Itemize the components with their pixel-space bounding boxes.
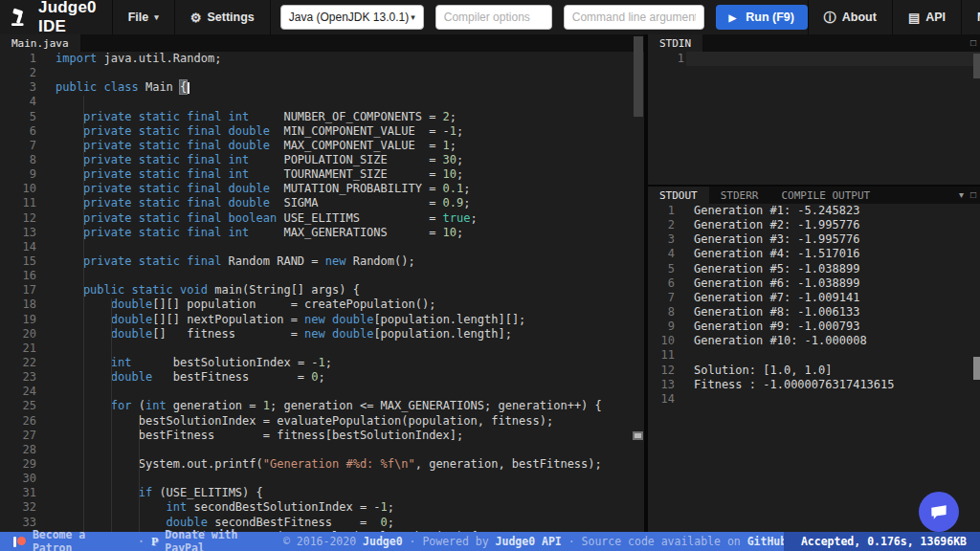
- tab-stdin[interactable]: STDIN: [648, 34, 702, 52]
- line-number: 8: [648, 305, 675, 320]
- code-token: new: [304, 313, 325, 326]
- command-line-arguments-input[interactable]: [564, 5, 704, 30]
- stdin-line: 1: [648, 52, 980, 66]
- code-token: ;: [388, 500, 394, 514]
- become-a-patron-link[interactable]: Become a Patron: [33, 528, 131, 551]
- stdout-line-text: Fitness : -1.0000076317413615: [694, 378, 895, 392]
- top-toolbar: Judge0 IDE File ▾ ⚙ Settings Java (OpenJ…: [0, 0, 980, 34]
- tab-compile-output[interactable]: COMPILE OUTPUT: [770, 187, 882, 204]
- stdin-editor[interactable]: 1: [648, 52, 980, 185]
- stdin-scrollbar-thumb[interactable]: [973, 54, 980, 78]
- code-token: generation =: [167, 399, 263, 412]
- line-number: 31: [0, 486, 38, 500]
- stdout-line-text: Generation #8: -1.006133: [694, 305, 859, 320]
- line-number: 24: [0, 385, 38, 399]
- file-menu-button[interactable]: File ▾: [113, 0, 174, 34]
- code-token: Random();: [345, 254, 414, 268]
- donate-paypal-link[interactable]: Donate with PayPal: [165, 528, 283, 551]
- language-select[interactable]: Java (OpenJDK 13.0.1) ▾: [280, 5, 424, 30]
- line-number: 14: [0, 240, 38, 254]
- more-menu-button[interactable]: More ▾: [962, 0, 980, 34]
- code-token: 1: [381, 500, 388, 514]
- run-button[interactable]: ▶ Run (F9): [716, 5, 808, 30]
- line-number: 28: [0, 443, 38, 457]
- code-token: [] fitness =: [152, 327, 304, 341]
- stdout-line-text: Generation #1: -5.245823: [694, 204, 859, 218]
- editor-scrollbar-thumb[interactable]: [634, 36, 643, 117]
- gavel-icon: [10, 8, 31, 27]
- maximize-icon[interactable]: □: [970, 38, 976, 48]
- code-line: 6 private static final double MIN_COMPON…: [0, 124, 644, 139]
- code-token: for: [56, 399, 131, 412]
- line-number: 8: [0, 153, 38, 167]
- code-line: 13 private static final int MAX_GENERATI…: [0, 226, 644, 240]
- code-line-text: public class Main {: [56, 80, 189, 95]
- code-token: 30: [443, 153, 457, 166]
- settings-button[interactable]: ⚙ Settings: [175, 0, 270, 34]
- tab-main-java[interactable]: Main.java: [0, 34, 80, 52]
- code-line-text: double[] fitness = new double[population…: [56, 327, 512, 342]
- code-line-text: private static final double MUTATION_PRO…: [56, 182, 471, 196]
- panel-dropdown-icon[interactable]: ▾: [959, 190, 964, 200]
- code-editor[interactable]: 1import java.util.Random;23public class …: [0, 52, 644, 532]
- code-line: 9 private static final int TOURNAMENT_SI…: [0, 167, 644, 182]
- status-link[interactable]: GitHub: [747, 535, 784, 548]
- status-text: · Source code available on: [562, 535, 747, 548]
- compiler-options-input[interactable]: [435, 5, 552, 30]
- line-number: 10: [0, 182, 38, 196]
- code-line: 17 public static void main(String[] args…: [0, 283, 644, 298]
- code-token: (: [131, 399, 145, 412]
- line-number: 11: [0, 196, 38, 210]
- line-number: 16: [0, 269, 38, 283]
- maximize-icon[interactable]: □: [970, 190, 976, 200]
- code-token: double: [56, 327, 152, 341]
- code-token: (USE_ELITIMS) {: [152, 486, 263, 499]
- patreon-icon: [13, 536, 26, 548]
- code-token: private static final double: [56, 196, 270, 209]
- line-number: 7: [0, 139, 38, 153]
- about-button[interactable]: ⓘ About: [809, 0, 892, 34]
- line-number: 2: [0, 66, 38, 80]
- status-link[interactable]: Judge0: [363, 535, 403, 548]
- code-token: private static final int: [56, 167, 249, 181]
- line-number: 3: [0, 80, 38, 95]
- tab-stderr[interactable]: STDERR: [709, 187, 770, 204]
- code-token: POPULATION_SIZE =: [249, 153, 442, 166]
- stdout-scrollbar-thumb[interactable]: [973, 357, 980, 380]
- code-line: 21: [0, 342, 644, 356]
- nav-separator: [270, 0, 271, 34]
- code-line-text: double[][] population = createPopulation…: [56, 298, 435, 312]
- code-line-text: double[][] nextPopulation = new double[p…: [56, 313, 525, 327]
- about-label: About: [842, 11, 877, 24]
- stdout-line-text: Generation #2: -1.995776: [694, 218, 859, 232]
- paypal-icon: P: [151, 535, 158, 549]
- line-number: 1: [0, 52, 38, 66]
- code-token: {: [180, 80, 187, 94]
- workspace: Main.java 1import java.util.Random;23pub…: [0, 34, 980, 532]
- stdout-content[interactable]: 1Generation #1: -5.2458232Generation #2:…: [648, 204, 980, 532]
- tab-stdout[interactable]: STDOUT: [648, 187, 709, 204]
- status-separator-dot: ·: [138, 535, 145, 548]
- code-line: 15 private static final Random RAND = ne…: [0, 254, 644, 269]
- api-button[interactable]: ▤ API: [893, 0, 961, 34]
- code-line: 10 private static final double MUTATION_…: [0, 182, 644, 196]
- editor-scrollbar[interactable]: [634, 34, 643, 515]
- code-token: 0: [311, 370, 318, 384]
- status-link[interactable]: Judge0 API: [496, 535, 562, 548]
- stdin-line-text: [686, 52, 980, 66]
- code-token: System.out.printf(: [56, 457, 263, 471]
- app-logo[interactable]: Judge0 IDE: [0, 0, 112, 34]
- chat-widget-button[interactable]: [919, 492, 959, 532]
- code-line-text: if (USE_ELITIMS) {: [56, 486, 263, 500]
- code-token: 1: [450, 124, 457, 138]
- line-number: 13: [0, 226, 38, 240]
- stdout-line: 11: [648, 348, 980, 363]
- api-icon: ▤: [908, 11, 920, 24]
- code-line: 32 int secondBestSolutionIndex = -1;: [0, 500, 644, 515]
- stdout-line-text: Generation #7: -1.009141: [694, 291, 859, 305]
- code-line-text: public static void main(String[] args) {: [56, 283, 360, 298]
- status-text: © 2016-2020: [283, 535, 363, 548]
- code-token: [][] nextPopulation =: [152, 313, 304, 326]
- editor-tabbar: Main.java: [0, 34, 644, 52]
- code-token: private static final int: [56, 110, 249, 123]
